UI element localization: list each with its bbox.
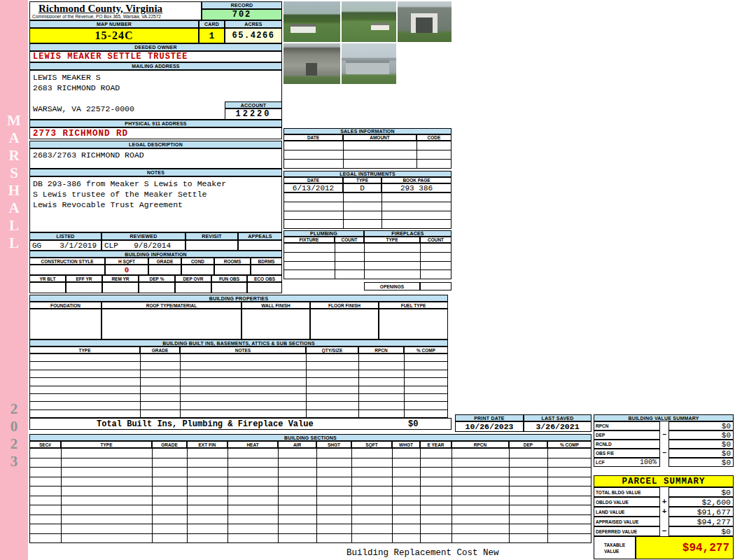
ps-op: + (660, 497, 668, 507)
bvs-op: − (660, 430, 668, 440)
empty-cell (317, 496, 352, 506)
empty-cell (382, 211, 451, 220)
physical-address-value: 2773 RICHMOND RD (29, 127, 282, 139)
appeals-value (238, 240, 282, 251)
empty-cell (307, 370, 359, 378)
marshall-watermark: MARSHALL (5, 112, 22, 252)
bvs-value-rpcn: $0 (668, 421, 734, 430)
empty-cell (188, 468, 228, 477)
h-sqft-value: 0 (105, 265, 148, 275)
empty-cell (352, 505, 393, 515)
appeals-header: APPEALS (238, 232, 282, 240)
empty-cell (510, 449, 548, 458)
bvs-label-dep: DEP (594, 430, 660, 440)
revisit-value (186, 240, 238, 251)
empty-cell (141, 394, 181, 402)
listed-value: GG 3/1/2019 (29, 240, 102, 251)
bvs-value-rcnld: $0 (668, 440, 734, 449)
card-header: CARD (199, 20, 225, 28)
bvs-label-rcnld: RCNLD (594, 440, 660, 449)
empty-cell (62, 534, 153, 544)
empty-cell (335, 262, 365, 271)
building-properties-bar: BUILDING PROPERTIES (29, 295, 448, 302)
empty-cell (284, 193, 344, 202)
empty-cell (30, 524, 62, 534)
floor-finish-box (310, 309, 379, 340)
empty-cell (279, 524, 317, 534)
empty-cell (62, 458, 153, 468)
col-header-effyr: EFF YR (66, 275, 102, 282)
legal-description-header: LEGAL DESCRIPTION (29, 141, 282, 148)
ps-label-appraised: APPRAISED VALUE (594, 517, 660, 526)
table-row (284, 202, 451, 211)
map-number-header: MAP NUMBER (29, 20, 199, 28)
empty-cell (393, 486, 421, 496)
plumbing-bar: PLUMBING (284, 230, 364, 237)
col-header-extfin: EXT FIN (187, 441, 227, 448)
built-ins-bar: BUILDING BUILT INS, BASEMENTS, ATTICS & … (29, 340, 448, 346)
listed-date: 3/1/2019 (59, 241, 97, 250)
empty-cell (335, 244, 365, 253)
county-title: Richmond County, Virginia (30, 2, 201, 14)
empty-cell (344, 150, 417, 160)
table-row (30, 354, 448, 362)
empty-cell (359, 354, 405, 362)
empty-cell (352, 515, 393, 525)
empty-cell (452, 486, 510, 496)
empty-cell (62, 515, 153, 525)
grade-value (148, 265, 181, 275)
empty-cell (317, 449, 352, 458)
openings-value (420, 282, 451, 290)
empty-cell (359, 410, 405, 418)
empty-cell (153, 496, 188, 506)
listed-header: LISTED (29, 232, 102, 240)
card-value: 1 (199, 28, 225, 43)
empty-cell (188, 496, 228, 506)
li-date-value: 6/13/2012 (284, 183, 343, 192)
col-header-bs-dep: DEP (509, 441, 547, 448)
empty-cell (153, 486, 188, 496)
rooms-value (214, 265, 251, 275)
legal-instruments-bar: LEGAL INSTRUMENTS (284, 171, 451, 177)
empty-cell (62, 477, 153, 487)
empty-cell (393, 524, 421, 534)
empty-cell (352, 449, 393, 458)
empty-cell (359, 378, 405, 386)
table-row (30, 362, 448, 370)
col-header-foundation: FOUNDATION (29, 302, 102, 309)
empty-cell (352, 486, 393, 496)
notes-line: Lewis Revocable Trust Agreement (33, 200, 281, 210)
empty-cell (365, 262, 421, 271)
empty-cell (62, 524, 153, 534)
empty-cell (452, 515, 510, 525)
empty-cell (548, 486, 592, 496)
empty-cell (30, 410, 141, 418)
building-sections-bar: BUILDING SECTIONS (29, 434, 592, 441)
col-header-bs-comp: % COMP (547, 441, 592, 448)
ps-label-obldg: OBLDG VALUE (594, 497, 660, 507)
li-type-value: D (343, 183, 382, 192)
empty-cell (421, 262, 451, 271)
empty-cell (284, 262, 335, 271)
empty-cell (228, 477, 279, 487)
ps-op (660, 487, 668, 497)
empty-cell (181, 370, 307, 378)
empty-cell (344, 193, 382, 202)
empty-cell (421, 477, 452, 487)
property-photo-1 (284, 1, 340, 42)
building-value-summary-bar: BUILDING VALUE SUMMARY (594, 414, 734, 421)
foundation-box (29, 309, 102, 340)
empty-cell (279, 468, 317, 477)
table-row (284, 211, 451, 220)
col-header-eyear: E YEAR (420, 441, 451, 448)
empty-cell (510, 468, 548, 477)
table-row (30, 468, 592, 477)
record-header: RECORD (202, 1, 282, 9)
col-header-sales-code: CODE (416, 134, 451, 141)
table-row (30, 378, 448, 386)
photo-building (371, 23, 389, 30)
empty-cell (181, 410, 307, 418)
empty-cell (279, 486, 317, 496)
empty-cell (30, 505, 62, 515)
empty-cell (279, 477, 317, 487)
